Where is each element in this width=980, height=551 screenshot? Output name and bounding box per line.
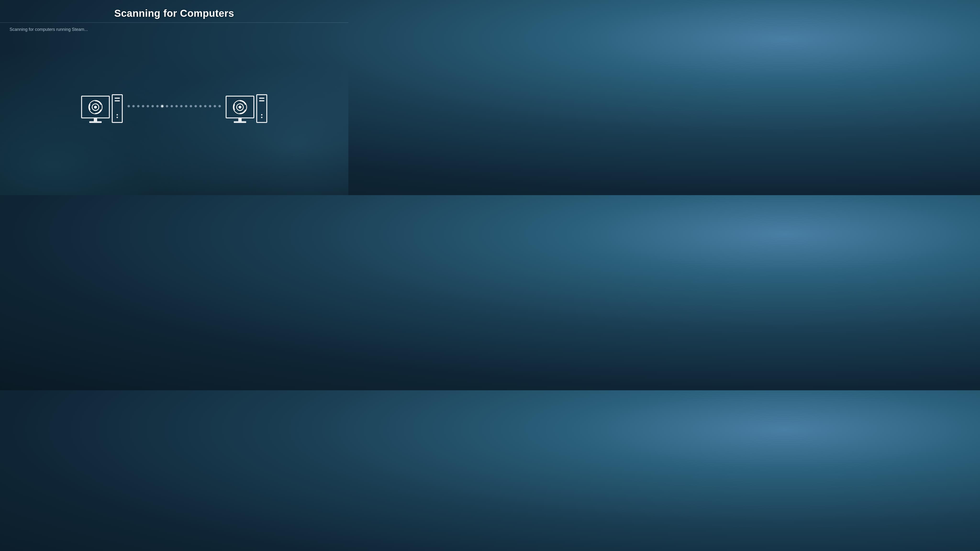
- title-section: Scanning for Computers: [0, 0, 348, 22]
- connector-dot-14: [190, 105, 192, 107]
- connector-dot-16: [199, 105, 202, 107]
- connector-dot-3: [137, 105, 140, 107]
- left-tower-dot-1: [116, 114, 118, 116]
- left-monitor-neck: [94, 118, 97, 121]
- connector-dot-20: [218, 105, 221, 107]
- left-computer-unit: [81, 94, 123, 123]
- connector-dot-13: [185, 105, 187, 107]
- right-monitor-screen: [226, 96, 255, 118]
- left-tower-stripe-2: [115, 100, 120, 102]
- right-monitor-neck: [238, 118, 242, 121]
- computers-row: [81, 94, 267, 123]
- connector-dot-17: [204, 105, 207, 107]
- connector-line: [123, 105, 226, 107]
- connector-dot-12: [180, 105, 183, 107]
- left-tower-dot-2: [116, 117, 118, 118]
- right-tower: [256, 94, 267, 123]
- right-monitor-base: [234, 121, 246, 123]
- connector-dot-10: [170, 105, 173, 107]
- subtitle-text: Scanning for computers running Steam...: [10, 27, 88, 32]
- left-tower: [112, 94, 123, 123]
- right-monitor: [226, 96, 255, 123]
- connector-dot-1: [127, 105, 130, 107]
- illustration-area: [0, 37, 348, 195]
- svg-point-2: [94, 106, 97, 109]
- connector-dot-7: [156, 105, 159, 107]
- connector-dot-6: [151, 105, 154, 107]
- page-container: Scanning for Computers Scanning for comp…: [0, 0, 348, 195]
- svg-point-5: [239, 106, 242, 109]
- right-steam-logo: [233, 100, 247, 114]
- connector-dot-11: [175, 105, 178, 107]
- left-monitor-base: [89, 121, 102, 123]
- left-monitor-screen: [81, 96, 110, 118]
- connector-dot-18: [209, 105, 211, 107]
- right-computer-unit: [226, 94, 267, 123]
- right-tower-dot-2: [261, 117, 262, 118]
- connector-dot-2: [132, 105, 135, 107]
- left-monitor: [81, 96, 110, 123]
- right-tower-dots: [261, 114, 262, 118]
- page-title: Scanning for Computers: [0, 8, 348, 19]
- left-steam-logo: [88, 100, 103, 114]
- right-tower-dot-1: [261, 114, 262, 116]
- connector-dot-4: [142, 105, 144, 107]
- right-tower-stripe-2: [259, 100, 265, 102]
- left-tower-dots: [116, 114, 118, 118]
- connector-dot-5: [147, 105, 149, 107]
- connector-dot-8: [161, 105, 164, 107]
- right-tower-stripe-1: [259, 98, 265, 99]
- connector-dot-19: [214, 105, 216, 107]
- connector-dot-15: [194, 105, 197, 107]
- connector-dot-9: [166, 105, 168, 107]
- subtitle: Scanning for computers running Steam...: [0, 23, 348, 37]
- left-tower-stripe-1: [115, 98, 120, 99]
